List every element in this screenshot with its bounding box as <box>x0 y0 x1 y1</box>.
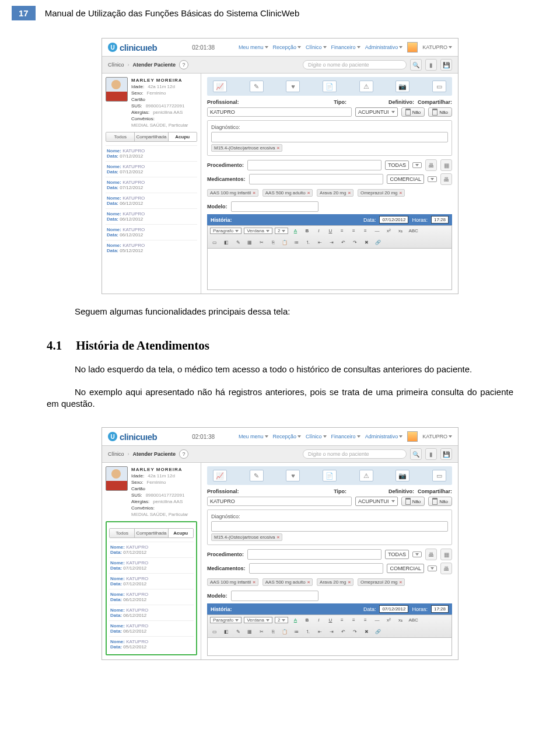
cut-icon[interactable]: ✂ <box>257 239 266 246</box>
nav-administrativo[interactable]: Administrativo <box>365 434 403 439</box>
historia-date[interactable]: 07/12/2012 <box>379 605 408 613</box>
paragraph-select[interactable]: Paragrafo <box>210 617 242 623</box>
list-icon[interactable]: ≔ <box>292 629 301 635</box>
italic-icon[interactable]: I <box>314 228 323 234</box>
chart-icon[interactable]: 📈 <box>213 470 227 481</box>
font-select[interactable]: Verdana <box>244 228 272 234</box>
indent-icon[interactable]: ⇥ <box>327 629 336 635</box>
print-icon[interactable]: 🖶 <box>440 563 452 574</box>
modelo-select[interactable] <box>231 591 318 601</box>
history-item[interactable]: Nome: KATUPROData: 06/12/2012 <box>106 208 197 224</box>
document-icon[interactable]: 📄 <box>323 81 337 92</box>
paragraph-select[interactable]: Paragrafo <box>210 228 242 234</box>
search-icon[interactable]: 🔍 <box>410 448 422 460</box>
tipo-select[interactable]: ACUPUNTUI <box>355 497 398 506</box>
nav-meu-menu[interactable]: Meu menu <box>239 434 268 439</box>
cut-icon[interactable]: ✂ <box>257 629 266 635</box>
document-icon[interactable]: ▮ <box>425 59 437 71</box>
modelo-select[interactable] <box>231 201 318 212</box>
tab-compartilhada[interactable]: Compartilhada <box>135 132 168 141</box>
pencil-icon[interactable]: ✎ <box>250 81 264 92</box>
copy-icon[interactable]: ⎘ <box>268 629 278 635</box>
remove-format-icon[interactable]: ✖ <box>362 239 371 246</box>
history-item[interactable]: Nome: KATUPROData: 05/12/2012 <box>109 636 194 652</box>
tool-icon[interactable]: ▦ <box>245 239 254 246</box>
editor-area[interactable] <box>207 249 452 290</box>
historia-time[interactable]: 17:28 <box>431 605 449 613</box>
nav-recepcao[interactable]: Recepção <box>273 434 302 439</box>
save-icon[interactable]: 💾 <box>440 59 452 71</box>
medicamentos-select[interactable]: COMERCIAL <box>387 564 424 573</box>
procedimento-select[interactable]: TODAS <box>385 160 409 170</box>
align-center-icon[interactable]: ≡ <box>349 228 358 234</box>
tab-todos[interactable]: Todos <box>106 132 135 141</box>
grid-icon[interactable]: ▦ <box>440 549 452 560</box>
redo-icon[interactable]: ↷ <box>350 629 359 635</box>
tab-todos[interactable]: Todos <box>110 529 135 537</box>
chart-icon[interactable]: 📈 <box>213 81 227 92</box>
nav-user[interactable]: KATUPRO <box>422 434 452 439</box>
definitivo-toggle[interactable]: Não <box>401 107 425 117</box>
tab-compartilhada[interactable]: Compartilhada <box>135 529 168 537</box>
compartilhar-toggle[interactable]: Não <box>428 497 452 506</box>
tab-acupuntura[interactable]: Acupu <box>169 529 193 537</box>
procedimento-input[interactable] <box>247 160 382 170</box>
definitivo-toggle[interactable]: Não <box>401 497 425 506</box>
close-icon[interactable]: × <box>348 190 351 196</box>
medicamentos-select[interactable]: COMERCIAL <box>387 174 424 184</box>
history-item[interactable]: Nome: KATUPROData: 06/12/2012 <box>106 193 197 208</box>
heart-icon[interactable]: ♥ <box>286 81 300 92</box>
camera-icon[interactable]: 📷 <box>396 81 410 92</box>
align-center-icon[interactable]: ≡ <box>349 617 358 623</box>
nav-clinico[interactable]: Clínico <box>306 44 327 50</box>
profissional-input[interactable]: KATUPRO <box>207 107 352 117</box>
align-left-icon[interactable]: ≡ <box>337 617 346 623</box>
align-right-icon[interactable]: ≡ <box>360 617 370 623</box>
undo-icon[interactable]: ↶ <box>338 239 348 246</box>
nav-administrativo[interactable]: Administrativo <box>365 44 403 50</box>
history-item[interactable]: Nome: KATUPROData: 07/12/2012 <box>106 177 197 193</box>
spellcheck-icon[interactable]: ABC <box>407 617 419 623</box>
hr-icon[interactable]: — <box>372 617 382 623</box>
editor-area[interactable] <box>207 638 452 656</box>
diagnostico-input[interactable] <box>211 521 448 532</box>
page-icon[interactable]: ▭ <box>432 470 446 481</box>
tool-icon[interactable]: ◧ <box>222 239 231 246</box>
tipo-select[interactable]: ACUPUNTUI <box>355 107 398 117</box>
med-tag[interactable]: AAS 100 mg infantil× <box>207 578 258 586</box>
sup-icon[interactable]: x² <box>384 228 393 234</box>
font-color-icon[interactable]: A <box>290 617 300 623</box>
redo-icon[interactable]: ↷ <box>350 239 359 246</box>
nav-meu-menu[interactable]: Meu menu <box>239 44 268 50</box>
breadcrumb-clinico[interactable]: Clínico <box>108 62 124 68</box>
tab-acupuntura[interactable]: Acupu <box>169 132 197 141</box>
nav-financeiro[interactable]: Financeiro <box>331 44 360 50</box>
paste-icon[interactable]: 📋 <box>280 239 289 246</box>
close-icon[interactable]: × <box>253 190 256 196</box>
hr-icon[interactable]: — <box>372 228 382 234</box>
compartilhar-toggle[interactable]: Não <box>428 107 452 117</box>
sub-icon[interactable]: x₂ <box>396 617 405 623</box>
patient-search-input[interactable]: Digite o nome do paciente <box>303 449 407 459</box>
copy-icon[interactable]: ⎘ <box>268 239 278 246</box>
history-item[interactable]: Nome: KATUPROData: 06/12/2012 <box>109 620 194 636</box>
history-item[interactable]: Nome: KATUPROData: 06/12/2012 <box>109 589 194 605</box>
align-left-icon[interactable]: ≡ <box>337 228 346 234</box>
sup-icon[interactable]: x² <box>384 617 393 623</box>
patient-search-input[interactable]: Digite o nome do paciente <box>303 60 407 69</box>
pencil-icon[interactable]: ✎ <box>250 470 264 481</box>
warning-icon[interactable]: ⚠ <box>359 470 373 481</box>
profissional-input[interactable]: KATUPRO <box>207 497 352 506</box>
font-select[interactable]: Verdana <box>244 617 272 623</box>
link-icon[interactable]: 🔗 <box>373 239 383 246</box>
grid-icon[interactable]: ▦ <box>440 159 452 171</box>
indent-icon[interactable]: ⇥ <box>327 239 336 246</box>
diag-tag[interactable]: M15.4-(Osteo)artrose erosiva× <box>211 144 282 152</box>
tool-icon[interactable]: ✎ <box>233 239 243 246</box>
undo-icon[interactable]: ↶ <box>338 629 348 635</box>
historia-date[interactable]: 07/12/2012 <box>379 216 408 224</box>
history-item[interactable]: Nome: KATUPROData: 07/12/2012 <box>109 557 194 573</box>
save-icon[interactable]: 💾 <box>440 448 452 460</box>
bold-icon[interactable]: B <box>302 228 312 234</box>
warning-icon[interactable]: ⚠ <box>359 81 373 92</box>
